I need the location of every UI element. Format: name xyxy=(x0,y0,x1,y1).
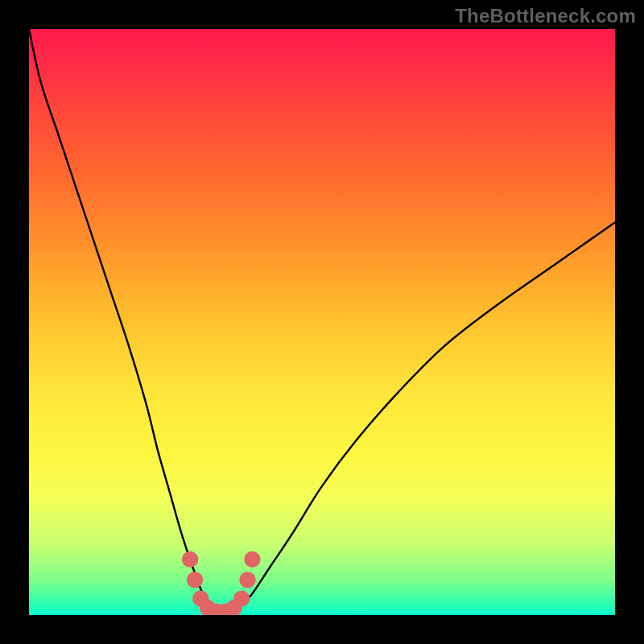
valley-marker xyxy=(187,572,203,588)
attribution-text: TheBottleneck.com xyxy=(455,5,636,27)
valley-marker xyxy=(244,551,260,568)
markers-layer xyxy=(29,29,615,615)
valley-marker xyxy=(239,572,255,588)
plot-area xyxy=(29,29,615,615)
outer-frame: TheBottleneck.com xyxy=(0,0,644,644)
valley-markers xyxy=(182,551,261,615)
valley-marker xyxy=(233,590,250,606)
valley-marker xyxy=(182,551,198,568)
